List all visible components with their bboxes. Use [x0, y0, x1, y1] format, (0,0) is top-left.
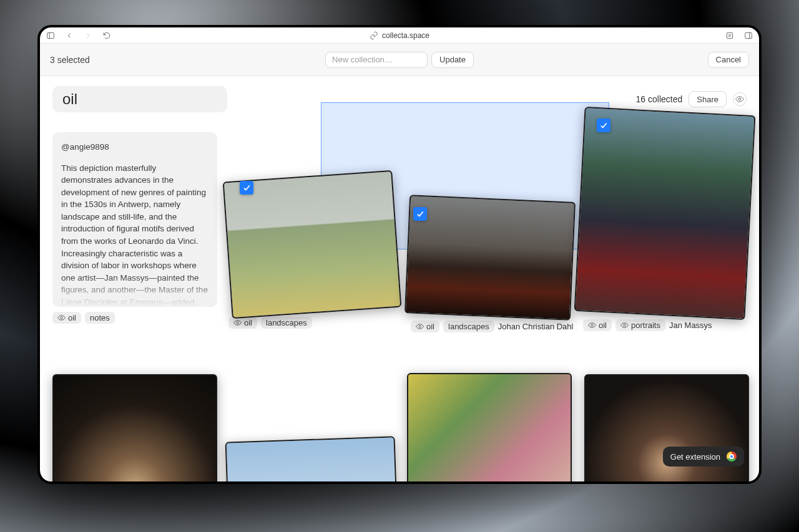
- svg-point-10: [419, 326, 421, 327]
- collected-count: 16 collected: [636, 94, 683, 104]
- update-button[interactable]: Update: [431, 52, 474, 68]
- share-button[interactable]: Share: [689, 91, 727, 107]
- address-url: collecta.space: [382, 31, 429, 40]
- artwork-tile[interactable]: [52, 374, 217, 481]
- tag-oil[interactable]: oil: [583, 319, 612, 331]
- eye-icon: [735, 95, 744, 104]
- svg-point-8: [61, 317, 62, 319]
- new-collection-input[interactable]: [325, 52, 428, 68]
- artwork-tile[interactable]: [407, 373, 572, 481]
- svg-point-11: [591, 324, 593, 326]
- cancel-button[interactable]: Cancel: [708, 52, 749, 68]
- link-icon: [370, 31, 378, 40]
- artist-name: Johan Christian Dahl: [498, 322, 574, 331]
- artwork-tile[interactable]: oil landscapes Johan Christian Dahl: [407, 198, 573, 332]
- note-tags: oil notes: [52, 312, 115, 324]
- tag-portraits[interactable]: portraits: [615, 319, 665, 331]
- address-bar[interactable]: collecta.space: [40, 31, 759, 40]
- svg-point-9: [237, 322, 238, 324]
- get-extension-button[interactable]: Get extension: [663, 447, 744, 467]
- action-bar: 3 selected Update Cancel: [40, 44, 759, 76]
- checkbox-icon[interactable]: [413, 207, 427, 221]
- device-frame: collecta.space 3 selected Update Cancel …: [37, 25, 762, 484]
- tag-notes[interactable]: notes: [85, 312, 115, 324]
- content-canvas: oil 16 collected Share @angie9898 This d…: [40, 76, 759, 481]
- visibility-toggle[interactable]: [733, 92, 747, 106]
- svg-point-12: [624, 324, 625, 326]
- tag-oil[interactable]: oil: [411, 321, 439, 332]
- checkbox-icon[interactable]: [240, 181, 253, 195]
- eye-icon: [416, 322, 424, 331]
- artist-name: Jan Massys: [669, 321, 712, 330]
- tag-landscapes[interactable]: landscapes: [443, 321, 494, 332]
- eye-icon: [588, 321, 596, 329]
- note-card[interactable]: @angie9898 This depiction masterfully de…: [52, 132, 217, 307]
- note-author: @angie9898: [61, 141, 208, 153]
- eye-icon: [233, 319, 242, 327]
- get-extension-label: Get extension: [670, 452, 720, 462]
- browser-bar: collecta.space: [40, 27, 759, 44]
- tag-oil[interactable]: oil: [52, 312, 81, 324]
- svg-point-7: [738, 98, 741, 100]
- artwork-tile[interactable]: [227, 439, 397, 481]
- selection-count: 3 selected: [50, 55, 90, 65]
- collection-title[interactable]: oil: [52, 86, 227, 112]
- checkbox-icon[interactable]: [597, 118, 610, 132]
- eye-icon: [620, 321, 629, 329]
- artwork-tile[interactable]: oil portraits Jan Massys: [579, 111, 750, 331]
- chrome-icon: [727, 452, 737, 462]
- tag-landscapes[interactable]: landscapes: [261, 317, 312, 329]
- artwork-tile[interactable]: oil landscapes: [227, 176, 397, 329]
- tag-oil[interactable]: oil: [228, 317, 257, 329]
- eye-icon: [57, 314, 66, 322]
